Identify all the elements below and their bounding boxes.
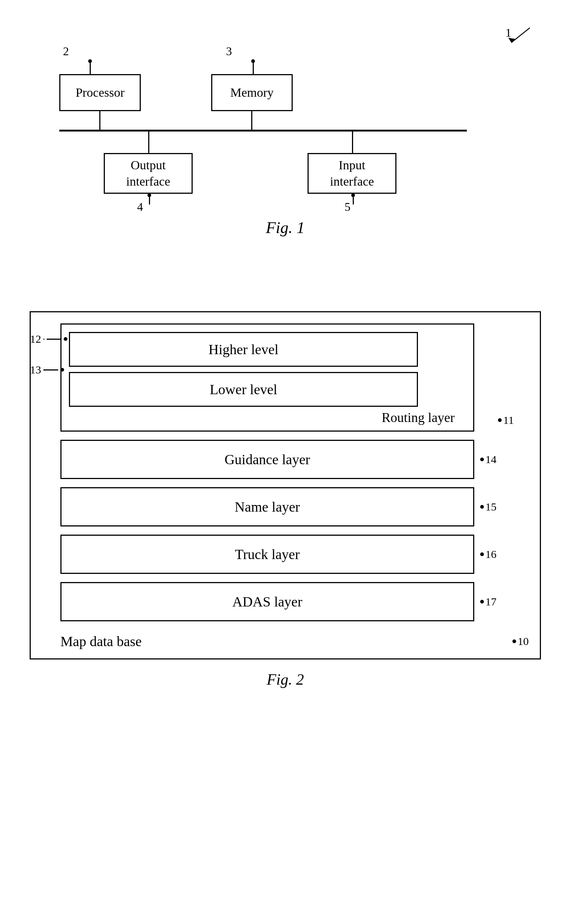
ref15-dot bbox=[480, 505, 484, 509]
adas-layer-label: ADAS layer bbox=[232, 593, 302, 610]
name-layer-box: Name layer bbox=[60, 487, 474, 527]
truck-layer-label: Truck layer bbox=[235, 546, 300, 563]
ref10-label: 10 bbox=[518, 635, 529, 648]
map-data-base-row: Map data base 10 bbox=[60, 629, 510, 651]
ref10-dot bbox=[512, 639, 516, 643]
ref16-dot bbox=[480, 553, 484, 556]
ref11-label: 11 bbox=[503, 414, 514, 426]
ref2-label: 2 bbox=[63, 44, 69, 58]
ref11-group: 11 bbox=[498, 414, 514, 426]
higher-level-box: Higher level bbox=[69, 332, 418, 367]
ref17-dot bbox=[480, 600, 484, 603]
lower-level-label: Lower level bbox=[210, 381, 278, 397]
ref3-line bbox=[253, 63, 254, 74]
bus-line bbox=[59, 130, 467, 131]
ref5-dot bbox=[351, 193, 355, 197]
ref2-line bbox=[90, 63, 91, 74]
ref5-label: 5 bbox=[344, 200, 351, 214]
ref17-group: 17 bbox=[480, 595, 497, 608]
ref1-arrow bbox=[489, 22, 541, 52]
fig1-diagram: 1 2 Processor 3 Memory Output interface bbox=[30, 22, 541, 237]
ref12-dot bbox=[64, 337, 67, 341]
ref15-label: 15 bbox=[485, 501, 497, 513]
lower-level-box: Lower level bbox=[69, 372, 418, 407]
ref12-label: 12 bbox=[30, 333, 41, 345]
name-layer-row: Name layer 15 bbox=[60, 487, 474, 527]
map-data-base-label: Map data base bbox=[60, 633, 141, 650]
ref2-dot bbox=[88, 59, 92, 63]
fig1-label: Fig. 1 bbox=[266, 218, 305, 237]
svg-line-0 bbox=[511, 28, 530, 42]
ref12-group: 12 bbox=[30, 333, 67, 345]
adas-layer-row: ADAS layer 17 bbox=[60, 582, 474, 621]
ref12-connector-dot bbox=[43, 339, 44, 340]
bus-to-output bbox=[148, 131, 149, 153]
output-interface-box: Output interface bbox=[104, 153, 193, 194]
name-layer-label: Name layer bbox=[235, 499, 300, 515]
bus-to-input bbox=[352, 131, 353, 153]
fig2-label: Fig. 2 bbox=[30, 671, 541, 688]
ref14-label: 14 bbox=[485, 453, 497, 466]
adas-layer-box: ADAS layer bbox=[60, 582, 474, 621]
mem-to-bus bbox=[251, 111, 252, 130]
ref3-label: 3 bbox=[226, 44, 232, 58]
ref16-group: 16 bbox=[480, 548, 497, 561]
ref17-label: 17 bbox=[485, 595, 497, 608]
guidance-layer-row: Guidance layer 14 bbox=[60, 440, 474, 479]
map-database-outer: 12 Higher level 13 Lower level bbox=[30, 311, 541, 660]
ref14-dot bbox=[480, 457, 484, 461]
truck-layer-box: Truck layer bbox=[60, 535, 474, 574]
ref15-group: 15 bbox=[480, 501, 497, 513]
ref3-dot bbox=[251, 59, 255, 63]
ref4-line bbox=[149, 197, 150, 204]
ref13-group: 13 bbox=[30, 363, 64, 376]
ref13-label: 13 bbox=[30, 363, 41, 376]
ref4-label: 4 bbox=[137, 200, 143, 214]
ref13-line bbox=[43, 370, 58, 371]
routing-layer-label: Routing layer bbox=[69, 410, 466, 425]
guidance-layer-box: Guidance layer bbox=[60, 440, 474, 479]
routing-layer-container: 12 Higher level 13 Lower level bbox=[60, 323, 510, 431]
ref5-line bbox=[353, 197, 354, 204]
proc-to-bus bbox=[99, 111, 101, 130]
fig2-diagram: 12 Higher level 13 Lower level bbox=[30, 311, 541, 688]
processor-box: Processor bbox=[59, 74, 141, 111]
ref13-dot bbox=[60, 368, 64, 371]
truck-layer-row: Truck layer 16 bbox=[60, 535, 474, 574]
input-interface-box: Input interface bbox=[307, 153, 396, 194]
memory-box: Memory bbox=[211, 74, 293, 111]
guidance-layer-label: Guidance layer bbox=[224, 451, 310, 468]
routing-outer-box: 12 Higher level 13 Lower level bbox=[60, 323, 474, 431]
ref12-line bbox=[47, 339, 62, 340]
ref16-label: 16 bbox=[485, 548, 497, 561]
ref10-group: 10 bbox=[512, 635, 529, 648]
ref11-dot bbox=[498, 418, 502, 422]
ref14-group: 14 bbox=[480, 453, 497, 466]
ref4-dot bbox=[148, 193, 151, 197]
higher-level-label: Higher level bbox=[209, 341, 279, 358]
